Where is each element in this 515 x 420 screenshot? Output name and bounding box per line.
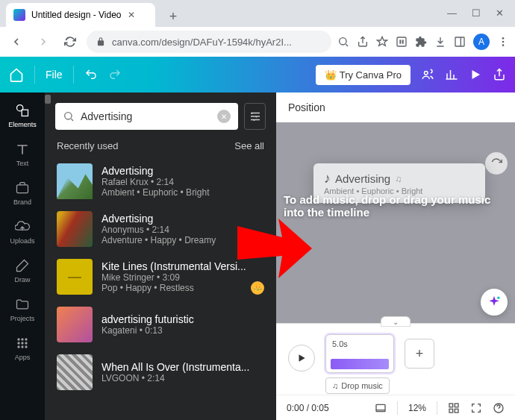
track-thumbnail (57, 307, 93, 342)
svg-point-20 (25, 345, 27, 348)
svg-rect-25 (455, 404, 458, 407)
sidebar-icon[interactable] (454, 36, 466, 48)
playback-time: 0:00 / 0:05 (287, 403, 329, 413)
svg-rect-24 (449, 404, 453, 407)
timeline-play-button[interactable] (288, 345, 315, 372)
svg-point-7 (502, 44, 505, 46)
share-icon[interactable] (357, 36, 369, 48)
browser-tab[interactable]: Untitled design - Video ✕ (6, 3, 155, 27)
svg-point-0 (340, 38, 346, 45)
svg-point-12 (17, 338, 19, 340)
clear-search-icon[interactable]: ✕ (217, 110, 231, 123)
crown-icon: 👑 (325, 69, 337, 81)
track-item[interactable]: When All Is Over (Instrumenta... LVGOON … (45, 348, 276, 396)
regenerate-icon[interactable] (485, 152, 508, 175)
annotation-arrow-icon (237, 211, 312, 278)
rail-projects[interactable]: Projects (10, 297, 35, 322)
app-header: File 👑Try Canva Pro (0, 57, 515, 93)
timeline-clip[interactable]: 5.0s (325, 334, 394, 373)
svg-rect-4 (455, 37, 464, 46)
svg-point-18 (17, 345, 19, 348)
star-icon[interactable] (376, 36, 388, 48)
position-button[interactable]: Position (288, 101, 325, 113)
new-tab-button[interactable]: + (163, 6, 184, 27)
search-input[interactable] (81, 110, 211, 122)
drop-music-pill[interactable]: ♫Drop music (325, 377, 390, 394)
close-icon[interactable]: ✕ (496, 7, 504, 19)
collapse-timeline-icon[interactable]: ⌄ (381, 316, 411, 327)
svg-point-19 (21, 345, 23, 348)
rail-apps[interactable]: Apps (15, 336, 31, 361)
home-icon[interactable] (9, 67, 24, 82)
avatar[interactable]: A (473, 34, 490, 50)
browser-chrome: — ☐ ✕ Untitled design - Video ✕ + canva.… (0, 0, 515, 57)
fullscreen-icon[interactable] (470, 402, 482, 414)
search-icon[interactable] (337, 36, 349, 48)
zoom-level[interactable]: 12% (408, 403, 426, 413)
svg-point-5 (502, 37, 505, 40)
svg-point-8 (425, 72, 428, 75)
svg-rect-27 (455, 409, 458, 413)
rail-draw[interactable]: Draw (14, 258, 30, 283)
scroll-handle[interactable] (45, 95, 51, 104)
tab-close-icon[interactable]: ✕ (128, 10, 135, 20)
drop-hint: To add music, drop or drag your music in… (284, 193, 508, 219)
svg-point-6 (502, 41, 505, 43)
svg-rect-11 (17, 185, 28, 193)
window-controls: — ☐ ✕ (436, 0, 515, 26)
track-item[interactable]: Advertising Rafael Krux • 2:14 Ambient •… (45, 157, 276, 205)
maximize-icon[interactable]: ☐ (472, 7, 481, 19)
svg-point-21 (65, 113, 72, 119)
forward-button[interactable] (33, 31, 54, 52)
svg-point-17 (25, 342, 27, 344)
url-field[interactable]: canva.com/design/DAFuY-1594k/hyAr2I... (87, 31, 331, 53)
undo-icon[interactable] (84, 68, 98, 81)
magic-icon[interactable] (481, 289, 508, 316)
grid-view-icon[interactable] (448, 402, 460, 414)
tab-title: Untitled design - Video (31, 10, 122, 20)
reload-button[interactable] (60, 31, 81, 52)
rail-text[interactable]: Text (15, 142, 30, 167)
svg-point-22 (497, 297, 499, 299)
track-thumbnail (57, 354, 93, 390)
url-text: canva.com/design/DAFuY-1594k/hyAr2I... (112, 37, 292, 48)
track-thumbnail: ▬▬▬ (57, 259, 93, 295)
rail-brand[interactable]: Brand (13, 181, 31, 206)
help-icon[interactable] (493, 402, 505, 414)
svg-point-14 (25, 338, 27, 340)
back-button[interactable] (6, 31, 27, 52)
rail-elements[interactable]: Elements (8, 103, 37, 128)
status-bar: 0:00 / 0:05 12% (276, 395, 515, 420)
play-icon[interactable] (469, 67, 482, 82)
try-pro-button[interactable]: 👑Try Canva Pro (316, 65, 411, 85)
timeline: ⌄ 5.0s ♫Drop music + 0:00 / 0:05 12% (276, 323, 515, 420)
pro-badge-icon: 👑 (251, 281, 264, 295)
menu-icon[interactable] (497, 36, 509, 48)
see-all-link[interactable]: See all (234, 140, 264, 151)
canvas-stage[interactable]: ♪Advertising ♫ Ambient • Euphoric • Brig… (276, 122, 515, 323)
download-icon[interactable] (434, 36, 446, 48)
pages-icon[interactable] (375, 402, 387, 414)
collaborators-icon[interactable] (421, 67, 434, 82)
svg-point-13 (21, 338, 23, 340)
left-rail: Elements Text Brand Uploads Draw Project… (0, 93, 45, 420)
minimize-icon[interactable]: — (447, 7, 457, 19)
share-button-icon[interactable] (493, 67, 506, 82)
favicon (13, 9, 25, 21)
svg-rect-1 (397, 37, 406, 46)
analytics-icon[interactable] (445, 67, 458, 82)
track-item[interactable]: advertising futuristic Kagateni • 0:13 (45, 301, 276, 348)
svg-point-15 (17, 342, 19, 344)
paused-icon[interactable] (396, 36, 408, 48)
search-box[interactable]: ✕ (55, 103, 238, 130)
add-clip-button[interactable]: + (405, 339, 434, 369)
redo-icon[interactable] (108, 68, 122, 81)
file-menu[interactable]: File (46, 69, 63, 81)
filter-button[interactable] (244, 103, 266, 130)
search-icon (63, 110, 75, 122)
svg-rect-26 (449, 409, 453, 413)
extensions-icon[interactable] (415, 36, 427, 48)
rail-uploads[interactable]: Uploads (10, 219, 34, 245)
audio-waveform (331, 359, 389, 369)
track-thumbnail (57, 163, 93, 199)
